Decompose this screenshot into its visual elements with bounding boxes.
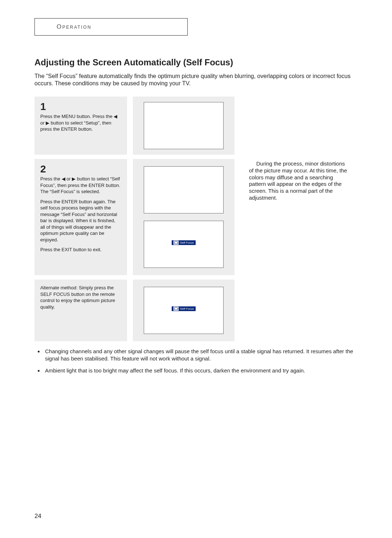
- step-2-p3: Press the ENTER button again. The self f…: [40, 199, 121, 243]
- progress-bar: [172, 312, 195, 315]
- step-1-number: 1: [40, 102, 121, 112]
- step-2-p4: Press the EXIT button to exit.: [40, 246, 121, 253]
- step-1-text-box: 1 Press the MENU button. Press the ◀ or …: [34, 97, 127, 155]
- note-1: Changing channels and any other signal c…: [44, 348, 358, 362]
- tv-icon: [173, 241, 179, 245]
- step-2-text-box: 2 Press the ◀ or ▶ button to select “Sel…: [34, 159, 127, 275]
- step-1-image-box: [133, 97, 234, 155]
- self-focus-label: Self Focus: [180, 241, 194, 244]
- step-2-number: 2: [40, 164, 121, 174]
- step-1-text: Press the MENU button. Press the ◀ or ▶ …: [40, 113, 121, 133]
- osd-placeholder: [144, 102, 224, 149]
- alt-image-box: Self Focus: [133, 280, 234, 341]
- osd-self-focus: Self Focus: [144, 221, 224, 268]
- osd-placeholder: [144, 166, 224, 213]
- page-title: Adjusting the Screen Automatically (Self…: [34, 57, 358, 68]
- section-tab: Operation: [34, 18, 188, 36]
- alt-text-box: Alternate method: Simply press the SELF …: [34, 280, 127, 341]
- step-2-p2: The “Self Focus” is selected.: [40, 188, 121, 195]
- self-focus-label: Self Focus: [180, 307, 194, 310]
- tv-icon: [173, 307, 179, 311]
- note-2: Ambient light that is too bright may aff…: [44, 367, 358, 374]
- step-2-p1: Press the ◀ or ▶ button to select “Self …: [40, 176, 121, 188]
- alt-method-row: Alternate method: Simply press the SELF …: [34, 280, 358, 341]
- osd-self-focus: Self Focus: [144, 287, 224, 334]
- progress-bar: [172, 246, 195, 249]
- step-1-row: 1 Press the MENU button. Press the ◀ or …: [34, 97, 358, 155]
- step-2-image-box: Self Focus: [133, 159, 234, 275]
- alt-text: Alternate method: Simply press the SELF …: [40, 285, 121, 310]
- self-focus-badge: Self Focus: [172, 240, 196, 245]
- self-focus-badge: Self Focus: [172, 306, 196, 311]
- notes-list: Changing channels and any other signal c…: [34, 348, 358, 374]
- intro-paragraph: The “Self Focus” feature automatically f…: [34, 73, 358, 87]
- step-2-row: 2 Press the ◀ or ▶ button to select “Sel…: [34, 159, 358, 275]
- step-2-side-note: During the process, minor distortions of…: [240, 159, 349, 275]
- section-tab-label: Operation: [57, 23, 91, 30]
- page-number: 24: [34, 513, 41, 520]
